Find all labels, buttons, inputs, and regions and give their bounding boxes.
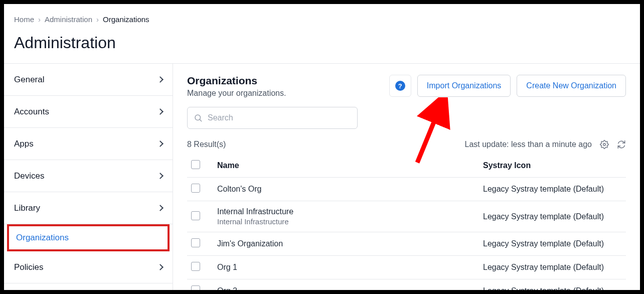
result-count: 8 Result(s) bbox=[187, 140, 226, 149]
sidebar-item-label: Devices bbox=[14, 171, 158, 181]
search-input[interactable] bbox=[208, 113, 351, 122]
org-name: Org 1 bbox=[217, 263, 475, 272]
breadcrumb-administration[interactable]: Administration bbox=[45, 15, 92, 24]
sidebar-item-organizations[interactable]: Organizations bbox=[7, 224, 170, 251]
sidebar-item-general[interactable]: General bbox=[4, 64, 173, 96]
help-icon: ? bbox=[395, 81, 405, 91]
create-organization-button[interactable]: Create New Organization bbox=[517, 75, 626, 97]
sidebar-item-label: Library bbox=[14, 203, 158, 213]
column-header-systray[interactable]: Systray Icon bbox=[479, 154, 626, 178]
org-systray: Legacy Systray template (Default) bbox=[479, 178, 626, 201]
chevron-right-icon bbox=[157, 264, 164, 270]
sidebar-item-policies[interactable]: Policies bbox=[4, 251, 173, 283]
sidebar-item-library[interactable]: Library bbox=[4, 192, 173, 224]
panel-subtitle: Manage your organizations. bbox=[187, 89, 286, 98]
settings-icon[interactable] bbox=[600, 140, 609, 149]
refresh-icon[interactable] bbox=[617, 140, 626, 149]
row-checkbox[interactable] bbox=[191, 238, 200, 247]
sidebar-item-label: Apps bbox=[14, 139, 158, 149]
row-checkbox[interactable] bbox=[191, 211, 200, 220]
chevron-right-icon bbox=[157, 140, 164, 147]
org-systray: Legacy Systray template (Default) bbox=[479, 256, 626, 279]
sidebar-item-label: Accounts bbox=[14, 107, 158, 117]
table-row[interactable]: Org 2 Legacy Systray template (Default) bbox=[187, 279, 626, 290]
chevron-right-icon bbox=[157, 173, 164, 179]
sidebar-item-devices[interactable]: Devices bbox=[4, 160, 173, 192]
sidebar-item-label: General bbox=[14, 75, 158, 85]
breadcrumb-current: Organizations bbox=[103, 15, 149, 24]
search-input-wrapper[interactable] bbox=[187, 107, 358, 129]
breadcrumb: Home › Administration › Organizations bbox=[14, 15, 630, 24]
sidebar-item-label: Policies bbox=[14, 262, 158, 272]
sidebar-item-accounts[interactable]: Accounts bbox=[4, 96, 173, 128]
org-name: Internal Infrastructure bbox=[217, 207, 475, 216]
column-header-name[interactable]: Name bbox=[213, 154, 479, 178]
panel-title: Organizations bbox=[187, 75, 286, 87]
org-systray: Legacy Systray template (Default) bbox=[479, 232, 626, 256]
organizations-table: Name Systray Icon Colton's Org Legacy Sy… bbox=[187, 154, 626, 290]
chevron-right-icon bbox=[157, 108, 164, 115]
org-name: Colton's Org bbox=[217, 185, 475, 194]
sidebar-item-label: Organizations bbox=[16, 233, 160, 243]
svg-point-2 bbox=[603, 143, 606, 146]
row-checkbox[interactable] bbox=[191, 184, 200, 193]
table-row[interactable]: Colton's Org Legacy Systray template (De… bbox=[187, 178, 626, 201]
table-row[interactable]: Internal Infrastructure Internal Infrast… bbox=[187, 201, 626, 232]
chevron-right-icon: › bbox=[38, 15, 41, 24]
org-name: Org 2 bbox=[217, 286, 475, 290]
sidebar-item-apps[interactable]: Apps bbox=[4, 128, 173, 160]
last-update-text: Last update: less than a minute ago bbox=[464, 140, 592, 149]
page-title: Administration bbox=[4, 24, 640, 63]
sidebar: General Accounts Apps Devices Library Or… bbox=[4, 64, 173, 290]
row-checkbox[interactable] bbox=[191, 262, 200, 271]
table-row[interactable]: Org 1 Legacy Systray template (Default) bbox=[187, 256, 626, 279]
row-checkbox[interactable] bbox=[191, 285, 200, 290]
chevron-right-icon: › bbox=[96, 15, 99, 24]
chevron-right-icon bbox=[157, 205, 164, 211]
svg-line-1 bbox=[200, 119, 201, 121]
org-name: Jim's Organization bbox=[217, 239, 475, 248]
main-panel: Organizations Manage your organizations.… bbox=[173, 64, 640, 290]
breadcrumb-home[interactable]: Home bbox=[14, 15, 34, 24]
search-icon bbox=[194, 113, 203, 122]
select-all-checkbox[interactable] bbox=[191, 160, 200, 169]
import-organizations-button[interactable]: Import Organizations bbox=[417, 75, 511, 97]
org-systray: Legacy Systray template (Default) bbox=[479, 201, 626, 232]
org-systray: Legacy Systray template (Default) bbox=[479, 279, 626, 290]
help-button[interactable]: ? bbox=[389, 75, 411, 97]
org-subtitle: Internal Infrastructure bbox=[217, 217, 475, 226]
chevron-right-icon bbox=[157, 76, 164, 83]
table-row[interactable]: Jim's Organization Legacy Systray templa… bbox=[187, 232, 626, 256]
